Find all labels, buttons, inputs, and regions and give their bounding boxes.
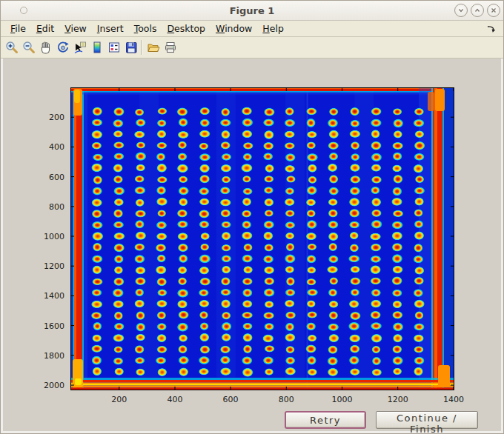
- chevron-down-icon: [457, 7, 465, 14]
- svg-text:800: 800: [49, 202, 64, 212]
- figure-toolbar: [1, 37, 503, 59]
- menubar: File Edit View Insert Tools Desktop Wind…: [1, 21, 503, 37]
- y-tick-labels: 200400600800100012001400160018002000: [44, 113, 64, 390]
- legend-icon: [107, 41, 121, 54]
- x-tick-labels: 200400600800100012001400: [111, 395, 464, 404]
- colorbar-icon: [90, 41, 104, 54]
- pan-hand-icon: [39, 41, 53, 54]
- close-button[interactable]: [487, 4, 500, 17]
- window-controls: [454, 4, 500, 17]
- svg-text:2000: 2000: [44, 381, 64, 390]
- svg-text:1600: 1600: [44, 321, 64, 331]
- menu-window[interactable]: Window: [210, 21, 257, 36]
- menu-view[interactable]: View: [59, 21, 92, 36]
- svg-text:1400: 1400: [44, 291, 64, 301]
- close-icon: [490, 7, 497, 14]
- menu-help[interactable]: Help: [257, 21, 289, 36]
- open-file-button[interactable]: [145, 39, 162, 56]
- svg-text:1200: 1200: [44, 261, 64, 271]
- svg-text:200: 200: [49, 113, 64, 122]
- dock-figure-icon[interactable]: [486, 24, 496, 33]
- svg-text:600: 600: [223, 395, 239, 404]
- open-folder-icon: [147, 41, 160, 54]
- zoom-in-icon: [5, 41, 19, 54]
- menu-edit[interactable]: Edit: [31, 21, 59, 36]
- data-cursor-icon: [73, 41, 87, 54]
- printer-icon: [164, 41, 177, 54]
- menu-insert[interactable]: Insert: [92, 21, 129, 36]
- window-menu-icon[interactable]: [20, 7, 27, 14]
- rotate-3d-button[interactable]: [54, 39, 71, 56]
- svg-text:800: 800: [279, 395, 294, 404]
- chevron-up-icon: [474, 7, 481, 14]
- plot-axes[interactable]: 2004006008001000120014002004006008001000…: [38, 81, 468, 415]
- menu-tools[interactable]: Tools: [129, 21, 162, 36]
- save-icon: [125, 41, 138, 54]
- maximize-button[interactable]: [471, 4, 484, 17]
- svg-text:1800: 1800: [44, 351, 64, 361]
- svg-text:400: 400: [49, 142, 64, 152]
- retry-button[interactable]: Retry: [285, 411, 366, 429]
- svg-text:400: 400: [168, 395, 183, 404]
- zoom-out-icon: [22, 41, 36, 54]
- insert-colorbar-button[interactable]: [88, 39, 105, 56]
- save-figure-button[interactable]: [122, 39, 139, 56]
- svg-text:600: 600: [49, 173, 64, 182]
- menu-desktop[interactable]: Desktop: [162, 21, 210, 36]
- menu-file[interactable]: File: [5, 21, 31, 36]
- continue-finish-button[interactable]: Continue / Finish: [376, 411, 478, 429]
- svg-text:1400: 1400: [443, 395, 464, 404]
- print-figure-button[interactable]: [162, 39, 179, 56]
- rotate-3d-icon: [56, 41, 70, 54]
- zoom-in-button[interactable]: [3, 39, 20, 56]
- zoom-out-button[interactable]: [20, 39, 37, 56]
- figure-window: Figure 1 File Edit View Insert Tools Des…: [0, 0, 504, 434]
- shade-button[interactable]: [454, 4, 468, 17]
- titlebar[interactable]: Figure 1: [1, 1, 503, 21]
- insert-legend-button[interactable]: [105, 39, 122, 56]
- data-cursor-button[interactable]: [71, 39, 88, 56]
- figure-canvas: 2004006008001000120014002004006008001000…: [1, 59, 503, 433]
- svg-text:200: 200: [111, 395, 127, 404]
- toolbar-separator: [141, 40, 142, 55]
- svg-text:1000: 1000: [44, 232, 64, 241]
- pan-button[interactable]: [37, 39, 54, 56]
- svg-text:1000: 1000: [332, 395, 353, 404]
- svg-text:1200: 1200: [388, 395, 408, 404]
- window-title: Figure 1: [230, 5, 275, 16]
